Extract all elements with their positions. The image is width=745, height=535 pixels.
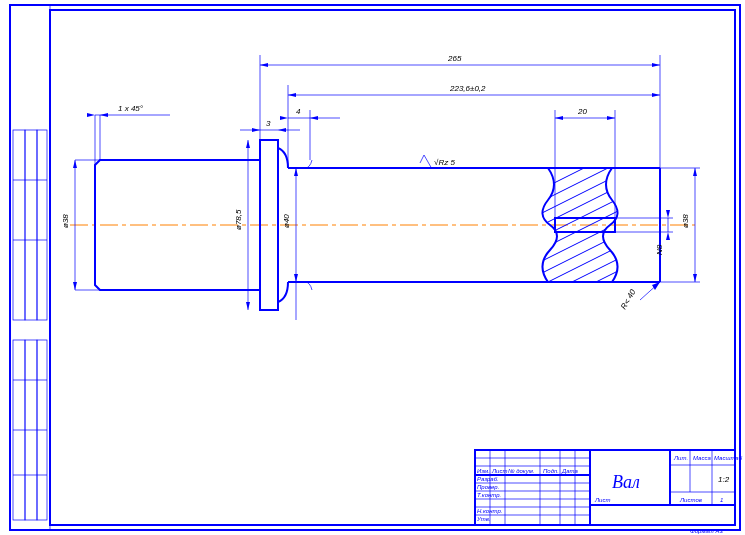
surface-finish: √Rz 5 bbox=[434, 158, 455, 167]
dimensions: 265 223,6±0,2 1 x 45° 3 4 20 ø38 ø78,5 ø… bbox=[61, 54, 700, 320]
svg-marker-35 bbox=[652, 63, 660, 67]
svg-rect-80 bbox=[475, 450, 735, 525]
dim-d38-right: ø38 bbox=[681, 214, 690, 228]
svg-text:Изм.: Изм. bbox=[477, 468, 490, 474]
svg-line-24 bbox=[520, 200, 640, 260]
svg-text:Лист: Лист bbox=[491, 468, 507, 474]
svg-marker-67 bbox=[294, 274, 298, 282]
svg-line-19 bbox=[520, 140, 640, 200]
drawing-title: Вал bbox=[612, 472, 640, 492]
dim-3: 3 bbox=[266, 119, 271, 128]
dim-223: 223,6±0,2 bbox=[449, 84, 486, 93]
scale: 1:2 bbox=[718, 475, 730, 484]
svg-line-20 bbox=[520, 152, 640, 212]
left-margin-stamps bbox=[13, 130, 47, 520]
svg-marker-38 bbox=[288, 93, 296, 97]
svg-text:Утв.: Утв. bbox=[476, 516, 491, 522]
svg-marker-63 bbox=[246, 140, 250, 148]
svg-text:1: 1 bbox=[720, 497, 723, 503]
dim-d78: ø78,5 bbox=[234, 209, 243, 230]
svg-line-28 bbox=[520, 248, 640, 308]
svg-rect-10 bbox=[13, 130, 25, 320]
svg-rect-0 bbox=[10, 5, 740, 530]
dim-265: 265 bbox=[447, 54, 462, 63]
svg-marker-76 bbox=[666, 210, 670, 218]
svg-rect-1 bbox=[50, 10, 735, 525]
svg-marker-72 bbox=[693, 274, 697, 282]
svg-marker-71 bbox=[693, 168, 697, 176]
svg-marker-43 bbox=[87, 113, 95, 117]
svg-rect-11 bbox=[25, 130, 37, 320]
svg-marker-55 bbox=[555, 116, 563, 120]
svg-line-25 bbox=[520, 212, 640, 272]
svg-text:№ докум.: № докум. bbox=[508, 468, 534, 474]
svg-marker-34 bbox=[260, 63, 268, 67]
svg-marker-60 bbox=[73, 160, 77, 168]
svg-marker-77 bbox=[666, 232, 670, 240]
dim-4: 4 bbox=[296, 107, 301, 116]
svg-line-27 bbox=[520, 236, 640, 296]
svg-text:Провер.: Провер. bbox=[477, 484, 499, 490]
svg-text:Т.контр.: Т.контр. bbox=[477, 492, 501, 498]
svg-text:Лит.: Лит. bbox=[673, 455, 688, 461]
svg-text:Масштаб: Масштаб bbox=[714, 455, 743, 461]
svg-marker-44 bbox=[100, 113, 108, 117]
format-label: Формат А3 bbox=[690, 528, 723, 534]
svg-marker-64 bbox=[246, 302, 250, 310]
svg-marker-79 bbox=[652, 282, 660, 290]
svg-text:Масса: Масса bbox=[693, 455, 711, 461]
svg-line-21 bbox=[520, 164, 640, 224]
dim-chamfer: 1 x 45° bbox=[118, 104, 144, 113]
svg-line-22 bbox=[520, 176, 640, 236]
svg-marker-46 bbox=[252, 128, 260, 132]
svg-text:Разраб.: Разраб. bbox=[477, 476, 499, 482]
drawing-frame bbox=[10, 5, 740, 530]
svg-text:Дата: Дата bbox=[561, 468, 578, 474]
svg-line-29 bbox=[520, 260, 640, 320]
dim-n8: N8 bbox=[655, 244, 664, 255]
svg-marker-66 bbox=[294, 168, 298, 176]
svg-text:Подп.: Подп. bbox=[543, 468, 559, 474]
svg-marker-56 bbox=[607, 116, 615, 120]
svg-text:Листов: Листов bbox=[679, 497, 702, 503]
dim-d40: ø40 bbox=[282, 214, 291, 228]
svg-text:Н.контр.: Н.контр. bbox=[477, 508, 502, 514]
svg-marker-47 bbox=[278, 128, 286, 132]
svg-marker-61 bbox=[73, 282, 77, 290]
svg-rect-12 bbox=[37, 130, 47, 320]
dim-d38-left: ø38 bbox=[61, 214, 70, 228]
title-block: Изм. Лист № докум. Подп. Дата Разраб. Пр… bbox=[475, 450, 743, 534]
dim-20: 20 bbox=[577, 107, 587, 116]
svg-text:Лист: Лист bbox=[594, 497, 610, 503]
svg-marker-39 bbox=[652, 93, 660, 97]
svg-marker-50 bbox=[280, 116, 288, 120]
svg-marker-51 bbox=[310, 116, 318, 120]
dim-r40: R< 40 bbox=[619, 287, 638, 311]
